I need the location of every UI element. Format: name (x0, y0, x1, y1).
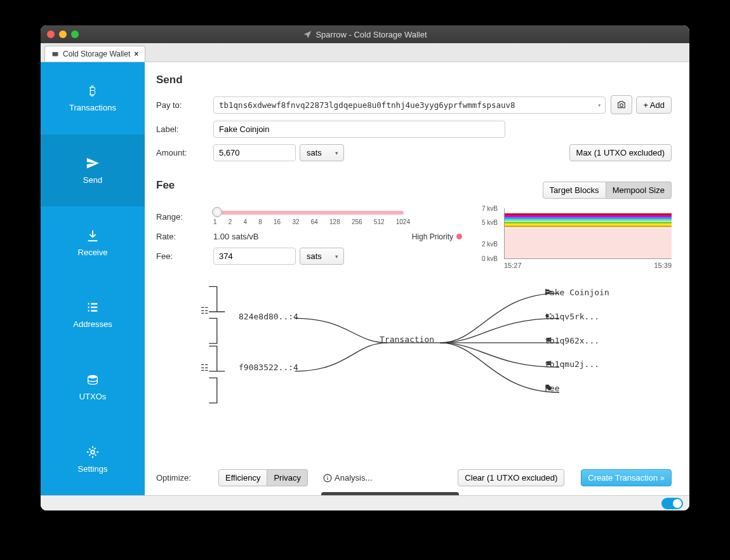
close-tab-icon[interactable]: × (134, 50, 138, 58)
analysis-tooltip: + Appears as a two person coinjoin (321, 492, 459, 495)
amount-unit-label: sats (307, 148, 322, 157)
coins-icon (545, 336, 553, 344)
tx-center-label: Transaction (380, 335, 434, 344)
tx-output-0: Fake Coinjoin (545, 288, 609, 297)
sidebar-item-label: Settings (78, 464, 108, 474)
wallet-tab-label: Cold Storage Wallet (63, 50, 130, 58)
chevron-down-icon[interactable]: ▾ (597, 102, 601, 109)
svg-point-2 (91, 450, 95, 454)
create-transaction-button[interactable]: Create Transaction » (581, 469, 672, 486)
sidebar-item-label: Addresses (73, 319, 112, 329)
svg-point-12 (327, 476, 328, 477)
fee-unit-select[interactable]: sats ▾ (300, 248, 344, 265)
mix-icon (545, 312, 553, 320)
range-label: Range: (156, 212, 213, 222)
slider-knob[interactable] (212, 207, 222, 217)
wallet-icon (51, 50, 59, 58)
scan-qr-button[interactable] (611, 95, 632, 114)
priority-dot-icon (456, 234, 462, 239)
info-icon (323, 474, 332, 483)
sidebar: ₿ Transactions Send Receive Addresses UT… (41, 62, 145, 495)
fee-range-slider[interactable] (213, 211, 404, 215)
maximize-window-button[interactable] (71, 30, 79, 38)
sidebar-item-transactions[interactable]: ₿ Transactions (41, 62, 145, 135)
max-button[interactable]: Max (1 UTXO excluded) (569, 144, 672, 161)
slider-ticks: 12481632641282565121024 (213, 218, 410, 225)
label-input[interactable] (213, 121, 505, 138)
svg-point-9 (547, 361, 552, 363)
input-coin-icon (201, 305, 211, 316)
sidebar-item-send[interactable]: Send (41, 135, 145, 207)
tag-icon (545, 383, 553, 392)
svg-rect-13 (327, 477, 328, 480)
fee-mode-toggle: Target Blocks Mempool Size (543, 182, 672, 199)
tx-output-fee: Fee (545, 383, 559, 393)
sidebar-item-settings[interactable]: Settings (41, 423, 145, 495)
sidebar-item-label: Transactions (69, 103, 116, 112)
status-bar (41, 495, 689, 510)
wallet-tab[interactable]: Cold Storage Wallet × (44, 46, 145, 62)
send-icon (86, 156, 100, 170)
efficiency-button[interactable]: Efficiency (218, 469, 267, 486)
amount-unit-select[interactable]: sats ▾ (300, 144, 344, 161)
pay-to-input[interactable]: tb1qns6xdwewf8fnvq22873lgdqepue8u0ftnhj4… (213, 97, 606, 114)
svg-point-3 (620, 103, 623, 107)
coins-icon (545, 359, 553, 368)
pay-to-label: Pay to: (156, 100, 213, 110)
privacy-button[interactable]: Privacy (267, 469, 308, 486)
transaction-diagram: 824e8d80..:4 f9083522..:4 Transaction Fa… (156, 280, 672, 401)
camera-icon (616, 100, 627, 110)
optimize-label: Optimize: (156, 473, 213, 483)
coins-icon (86, 373, 100, 387)
tx-input-1: f9083522..:4 (239, 363, 298, 372)
receive-icon (86, 229, 100, 243)
gear-icon (86, 445, 100, 459)
svg-point-7 (547, 338, 552, 340)
tx-input-0: 824e8d80..:4 (239, 312, 298, 321)
tx-output-3: tb1qmu2j... (545, 359, 599, 369)
connection-toggle[interactable] (661, 498, 683, 509)
titlebar: Sparrow - Cold Storage Wallet (41, 25, 689, 43)
rate-value: 1.00 sats/vB (213, 232, 259, 241)
chart-x-start: 15:27 (504, 262, 522, 269)
analysis-link[interactable]: Analysis... (323, 473, 372, 483)
chart-x-end: 15:39 (654, 262, 672, 269)
svg-point-8 (547, 340, 552, 342)
target-blocks-button[interactable]: Target Blocks (543, 182, 606, 199)
priority-text: High Priority (412, 232, 453, 241)
tx-output-1: tb1qv5rk... (545, 312, 599, 321)
clear-button[interactable]: Clear (1 UTXO excluded) (458, 469, 564, 486)
sidebar-item-utxos[interactable]: UTXOs (41, 351, 145, 423)
mempool-chart: 7 kvB 5 kvB 2 kvB 0 kvB (504, 208, 672, 259)
window-title: Sparrow - Cold Storage Wallet (315, 30, 427, 39)
svg-point-1 (88, 375, 98, 379)
mempool-size-button[interactable]: Mempool Size (606, 182, 672, 199)
analysis-text: Analysis... (335, 473, 372, 483)
sidebar-item-label: Send (83, 175, 102, 185)
fee-amount-label: Fee: (156, 251, 213, 261)
svg-rect-0 (53, 52, 58, 57)
pay-to-value: tb1qns6xdwewf8fnvq22873lgdqepue8u0ftnhj4… (219, 100, 515, 110)
list-icon (86, 300, 100, 314)
sidebar-item-receive[interactable]: Receive (41, 206, 145, 279)
tab-strip: Cold Storage Wallet × (41, 43, 689, 62)
optimize-toggle: Efficiency Privacy (218, 469, 308, 486)
svg-point-10 (547, 363, 552, 365)
minimize-window-button[interactable] (59, 30, 67, 38)
fee-unit-label: sats (307, 251, 322, 261)
fee-input[interactable] (213, 248, 296, 265)
sidebar-item-addresses[interactable]: Addresses (41, 279, 145, 351)
close-window-button[interactable] (47, 30, 55, 38)
chevron-down-icon: ▾ (335, 150, 338, 156)
add-recipient-button[interactable]: + Add (636, 97, 672, 114)
sidebar-item-label: Receive (78, 248, 108, 257)
svg-point-6 (548, 314, 552, 317)
input-coin-icon (201, 363, 211, 373)
amount-label: Amount: (156, 148, 213, 157)
label-label: Label: (156, 124, 213, 134)
amount-input[interactable] (213, 144, 296, 161)
main-panel: Send Pay to: tb1qns6xdwewf8fnvq22873lgdq… (145, 62, 689, 495)
chevron-down-icon: ▾ (335, 253, 338, 260)
sparrow-icon (303, 30, 312, 39)
sidebar-item-label: UTXOs (79, 392, 107, 401)
